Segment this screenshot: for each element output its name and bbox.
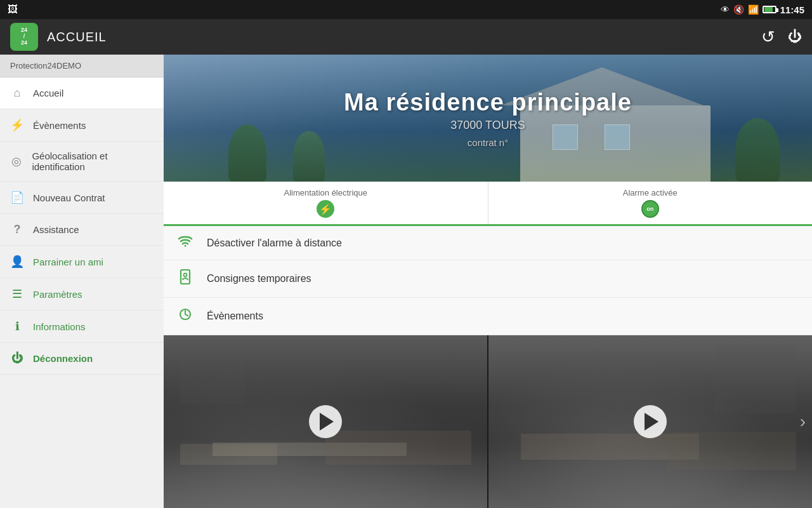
sidebar: Protection24DEMO ⌂ Accueil ⚡ Évènements … — [0, 55, 164, 508]
action-desactiver[interactable]: Désactiver l'alarme à distance — [164, 226, 812, 260]
screen-icon: 🖼 — [8, 4, 18, 15]
play-button-2[interactable] — [634, 405, 667, 438]
status-power-label: Alimentation électrique — [284, 188, 367, 197]
sidebar-item-deconnexion[interactable]: ⏻ Déconnexion — [0, 343, 164, 375]
info-icon: ℹ — [10, 319, 24, 333]
sidebar-label-accueil: Accueil — [33, 88, 63, 98]
eye-icon: 👁 — [721, 4, 730, 15]
action-rows: Désactiver l'alarme à distance Consignes… — [164, 226, 812, 335]
sidebar-label-informations: Informations — [33, 321, 86, 332]
status-bar-right: 👁 🔇 📶 11:45 — [721, 4, 804, 15]
status-alarm-label: Alarme activée — [623, 188, 678, 197]
home-icon: ⌂ — [10, 86, 24, 100]
sidebar-label-nouveau-contrat: Nouveau Contrat — [33, 192, 105, 203]
battery-icon — [763, 6, 776, 13]
refresh-action-icon — [176, 307, 194, 326]
sidebar-item-nouveau-contrat[interactable]: 📄 Nouveau Contrat — [0, 182, 164, 214]
status-strip: Alimentation électrique ⚡ Alarme activée… — [164, 182, 812, 226]
power-icon[interactable]: ⏻ — [788, 29, 802, 45]
hero-subtitle: 37000 TOURS — [344, 119, 632, 132]
hero-content: Ma résidence principale 37000 TOURS cont… — [344, 89, 632, 148]
app-header-right: ↺ ⏻ — [761, 27, 802, 47]
status-alarm: Alarme activée on — [488, 182, 813, 224]
sidebar-label-parrainer: Parrainer un ami — [33, 257, 103, 267]
sidebar-item-assistance[interactable]: ? Assistance — [0, 214, 164, 246]
hero-title: Ma résidence principale — [344, 89, 632, 116]
event-icon: ⚡ — [10, 118, 24, 132]
help-icon: ? — [10, 223, 24, 236]
sidebar-item-accueil[interactable]: ⌂ Accueil — [0, 77, 164, 109]
content-area: Ma résidence principale 37000 TOURS cont… — [164, 55, 812, 508]
action-consignes-label: Consignes temporaires — [207, 273, 311, 284]
app-header: 24/24 ACCUEIL ↺ ⏻ — [0, 19, 812, 55]
svg-point-2 — [184, 274, 187, 277]
lightning-icon: ⚡ — [317, 200, 334, 218]
play-triangle-1 — [320, 413, 334, 431]
main-layout: Protection24DEMO ⌂ Accueil ⚡ Évènements … — [0, 55, 812, 508]
geo-icon: ◎ — [10, 154, 23, 168]
camera-cell-2[interactable]: › — [488, 335, 812, 508]
sidebar-item-evenements[interactable]: ⚡ Évènements — [0, 109, 164, 142]
action-desactiver-label: Désactiver l'alarme à distance — [207, 237, 342, 249]
logout-icon: ⏻ — [10, 352, 24, 365]
wifi-action-icon — [176, 235, 194, 251]
logo-text: 24/24 — [21, 27, 27, 46]
on-badge: on — [641, 200, 659, 218]
sidebar-label-assistance: Assistance — [33, 224, 79, 235]
status-bar: 🖼 👁 🔇 📶 11:45 — [0, 0, 812, 19]
sidebar-label-parametres: Paramètres — [33, 289, 82, 300]
play-button-1[interactable] — [309, 405, 342, 438]
sidebar-item-parrainer[interactable]: 👤 Parrainer un ami — [0, 246, 164, 278]
play-triangle-2 — [645, 413, 658, 431]
sidebar-item-geolocalisation[interactable]: ◎ Géolocalisation et identification — [0, 142, 164, 182]
action-evenements[interactable]: Évènements — [164, 298, 812, 335]
status-time: 11:45 — [780, 4, 804, 15]
app-logo: 24/24 — [10, 23, 38, 51]
action-evenements-label: Évènements — [207, 311, 263, 322]
status-power: Alimentation électrique ⚡ — [164, 182, 488, 224]
settings-icon: ☰ — [10, 287, 24, 301]
wifi-signal-icon: 📶 — [748, 4, 759, 15]
camera-grid: › — [164, 335, 812, 508]
sidebar-item-informations[interactable]: ℹ Informations — [0, 311, 164, 343]
hero-banner: Ma résidence principale 37000 TOURS cont… — [164, 55, 812, 182]
sidebar-account: Protection24DEMO — [0, 55, 164, 77]
doc-icon: 📄 — [10, 190, 24, 204]
refresh-icon[interactable]: ↺ — [761, 27, 775, 47]
sidebar-label-evenements: Évènements — [33, 120, 86, 131]
status-bar-left: 🖼 — [8, 4, 18, 15]
pin-action-icon — [176, 269, 194, 288]
sidebar-label-geolocalisation: Géolocalisation et identification — [32, 150, 154, 172]
app-title: ACCUEIL — [47, 30, 107, 44]
friend-icon: 👤 — [10, 255, 24, 269]
sidebar-item-parametres[interactable]: ☰ Paramètres — [0, 278, 164, 311]
sidebar-label-deconnexion: Déconnexion — [33, 353, 93, 364]
action-consignes[interactable]: Consignes temporaires — [164, 260, 812, 298]
no-sound-icon: 🔇 — [733, 4, 744, 15]
camera-cell-1[interactable] — [164, 335, 488, 508]
camera-next-arrow[interactable]: › — [800, 411, 806, 432]
hero-contract: contrat n° — [344, 137, 632, 148]
svg-point-0 — [185, 245, 187, 247]
app-header-left: 24/24 ACCUEIL — [10, 23, 107, 51]
